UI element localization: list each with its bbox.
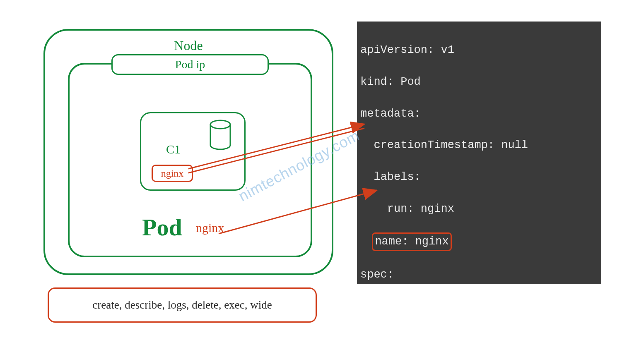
container-label: C1 — [166, 142, 181, 156]
container-box: C1 nginx — [140, 112, 246, 191]
pod-ip-box: Pod ip — [111, 54, 269, 75]
yaml-line: creationTimestamp: null — [360, 137, 598, 153]
yaml-line: labels: — [360, 169, 598, 185]
yaml-code-panel: apiVersion: v1 kind: Pod metadata: creat… — [357, 22, 601, 284]
nginx-label: nginx — [161, 168, 184, 179]
yaml-line: apiVersion: v1 — [360, 42, 598, 58]
database-icon — [209, 120, 232, 151]
commands-box: create, describe, logs, delete, exec, wi… — [48, 287, 317, 323]
yaml-line: kind: Pod — [360, 74, 598, 90]
pod-ip-label: Pod ip — [175, 58, 205, 71]
yaml-line-highlighted: name: nginx — [360, 232, 598, 251]
pod-box: Pod ip C1 nginx Pod nginx — [68, 63, 312, 257]
diagram-area: Node Pod ip C1 nginx Pod nginx create, d… — [0, 0, 356, 364]
node-box: Node Pod ip C1 nginx Pod nginx — [43, 29, 333, 275]
nginx-box: nginx — [152, 165, 193, 182]
pod-name-label: nginx — [196, 221, 224, 235]
highlight-metadata-name: name: nginx — [372, 232, 451, 251]
yaml-line: metadata: — [360, 106, 598, 122]
svg-point-0 — [210, 120, 230, 129]
node-label: Node — [174, 38, 203, 53]
pod-label: Pod — [142, 213, 182, 241]
commands-text: create, describe, logs, delete, exec, wi… — [92, 299, 272, 311]
yaml-line: run: nginx — [360, 201, 598, 217]
yaml-line: spec: — [360, 267, 598, 283]
